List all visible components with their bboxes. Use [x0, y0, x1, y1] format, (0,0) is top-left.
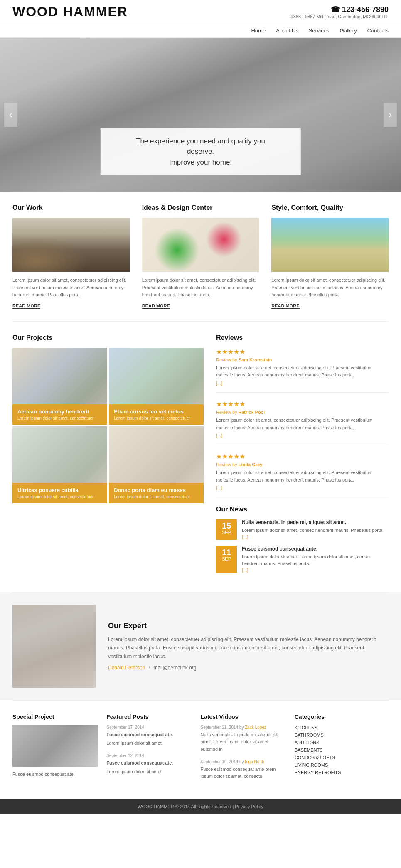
news-title: Our News: [216, 506, 389, 513]
news-date-1: 15 SEP: [216, 519, 237, 540]
project-item-2[interactable]: Etiam cursus leo vel metus Lorem ipsum d…: [109, 348, 204, 425]
phone-icon: ☎: [331, 5, 340, 14]
footer-special-title: Special Project: [12, 713, 98, 720]
review-3-text: Lorem ipsum dolor sit amet, consectetuer…: [216, 469, 389, 484]
review-2: ★★★★★ Review by Patrick Pool Lorem ipsum…: [216, 400, 389, 445]
col-our-work-title: Our Work: [12, 204, 130, 211]
review-2-more[interactable]: [...]: [216, 433, 222, 438]
news-more-2[interactable]: [...]: [242, 568, 248, 573]
nav-services[interactable]: Services: [309, 27, 330, 34]
expert-section: Our Expert Lorem ipsum dolor sit amet, c…: [0, 592, 401, 700]
review-3: ★★★★★ Review by Linda Grey Lorem ipsum d…: [216, 452, 389, 497]
project-sub-2: Lorem ipsum dolor sit amet, consectetuer: [114, 416, 199, 420]
category-living-rooms[interactable]: LIVING ROOMS: [295, 762, 380, 767]
project-caption-3: Ultrices posuere cubilia Lorem ipsum dol…: [12, 483, 107, 503]
review-2-author: Review by Patrick Pool: [216, 410, 389, 415]
project-item-1[interactable]: Aenean nonummy hendrerit Lorem ipsum dol…: [12, 348, 107, 425]
project-title-1: Aenean nonummy hendrerit: [17, 408, 102, 415]
project-item-3[interactable]: Ultrices posuere cubilia Lorem ipsum dol…: [12, 426, 107, 503]
footer-post-2-text: Lorem ipsum dolor sit amet.: [106, 768, 192, 776]
projects-column: Our Projects Aenean nonummy hendrerit Lo…: [12, 334, 204, 579]
projects-reviews-section: Our Projects Aenean nonummy hendrerit Lo…: [0, 322, 401, 592]
col-our-work: Our Work Lorem ipsum dolor sit amet, con…: [12, 204, 130, 309]
footer-video-1: September 21, 2014 by Zack Lopez Nulla v…: [201, 725, 286, 753]
col-our-work-readmore[interactable]: READ MORE: [12, 303, 40, 309]
footer-post-2: September 12, 2014 Fusce euismod consequ…: [106, 753, 192, 775]
col-style-title: Style, Comfort, Quality: [271, 204, 389, 211]
hero-banner: ‹ › The experience you need and quality …: [0, 38, 401, 192]
hero-prev-button[interactable]: ‹: [4, 103, 17, 127]
review-3-more[interactable]: [...]: [216, 485, 222, 490]
footer-post-1-date: September 17, 2014: [106, 725, 192, 730]
logo: WOOD HAMMER: [12, 4, 128, 20]
footer-video-2-date: September 19, 2014 by Inga North: [201, 760, 286, 764]
news-content-2: Fusce euismod consequat ante. Lorem ipsu…: [242, 546, 389, 573]
footer-videos-title: Latest Videos: [201, 713, 286, 720]
category-kitchens[interactable]: KITCHENS: [295, 725, 380, 730]
project-sub-1: Lorem ipsum dolor sit amet, consectetuer: [17, 416, 102, 420]
nav-contacts[interactable]: Contacts: [367, 27, 389, 34]
news-date-2: 11 SEP: [216, 546, 237, 573]
news-section: Our News 15 SEP Nulla venenatis. In pede…: [216, 506, 389, 573]
bottom-footer: WOOD HAMMER © 2014 All Rights Reserved |…: [0, 799, 401, 814]
news-day-2: 11: [220, 548, 233, 556]
footer-post-1: September 17, 2014 Fusce euismod consequ…: [106, 725, 192, 747]
expert-email: mail@demolink.org: [153, 665, 196, 671]
news-month-2: SEP: [220, 556, 233, 561]
col-style-readmore[interactable]: READ MORE: [271, 303, 299, 309]
col-our-work-image: [12, 218, 130, 272]
header: WOOD HAMMER ☎ 123-456-7890 9863 - 9867 M…: [0, 0, 401, 24]
hero-next-button[interactable]: ›: [384, 103, 397, 127]
project-caption-2: Etiam cursus leo vel metus Lorem ipsum d…: [109, 404, 204, 425]
news-day-1: 15: [220, 521, 233, 530]
project-title-3: Ultrices posuere cubilia: [17, 487, 102, 493]
footer-video-1-text: Nulla venenatis. In pede mi, aliquet sit…: [201, 731, 286, 753]
news-more-1[interactable]: [...]: [242, 534, 248, 539]
footer-special-text: Fusce euismod consequat ate.: [12, 771, 98, 778]
hero-overlay: The experience you need and quality you …: [100, 128, 301, 175]
footer-categories-title: Categories: [295, 713, 380, 720]
work-section: Our Work Lorem ipsum dolor sit amet, con…: [0, 192, 401, 321]
review-1-text: Lorem ipsum dolor sit amet, consectetuer…: [216, 364, 389, 379]
project-item-4[interactable]: Donec porta diam eu massa Lorem ipsum do…: [109, 426, 204, 503]
col-our-work-text: Lorem ipsum dolor sit amet, consectetuer…: [12, 277, 130, 299]
category-basements[interactable]: BASEMENTS: [295, 748, 380, 752]
review-1-more[interactable]: [...]: [216, 381, 222, 386]
review-1-stars: ★★★★★: [216, 348, 389, 356]
nav-about[interactable]: About Us: [276, 27, 298, 34]
category-energy[interactable]: ENERGY RETROFITS: [295, 770, 380, 775]
news-item-1: 15 SEP Nulla venenatis. In pede mi, aliq…: [216, 519, 389, 540]
category-bathrooms[interactable]: BATHROOMS: [295, 733, 380, 738]
expert-image: [12, 605, 96, 688]
col-ideas: Ideas & Design Center Lorem ipsum dolor …: [142, 204, 259, 309]
news-content-1: Nulla venenatis. In pede mi, aliquet sit…: [242, 519, 389, 540]
col-style-text: Lorem ipsum dolor sit amet, consectetuer…: [271, 277, 389, 299]
col-ideas-readmore[interactable]: READ MORE: [142, 303, 170, 309]
project-sub-3: Lorem ipsum dolor sit amet, consectetuer: [17, 494, 102, 499]
nav-home[interactable]: Home: [251, 27, 266, 34]
project-caption-1: Aenean nonummy hendrerit Lorem ipsum dol…: [12, 404, 107, 425]
news-title-2: Fusce euismod consequat ante.: [242, 546, 389, 552]
footer-privacy-link[interactable]: Privacy Policy: [235, 804, 263, 809]
footer-post-1-text: Lorem ipsum dolor sit amet.: [106, 740, 192, 747]
category-condos[interactable]: CONDOS & LOFTS: [295, 755, 380, 760]
nav-gallery[interactable]: Gallery: [340, 27, 357, 34]
footer-post-1-title: Fusce euismod consequat ate.: [106, 731, 192, 739]
review-3-stars: ★★★★★: [216, 452, 389, 460]
expert-name: Donald Peterson: [108, 665, 145, 671]
news-month-1: SEP: [220, 530, 233, 535]
projects-title: Our Projects: [12, 334, 204, 342]
footer-categories: Categories KITCHENS BATHROOMS ADDITIONS …: [295, 713, 389, 787]
footer-copyright: WOOD HAMMER © 2014 All Rights Reserved: [138, 804, 231, 809]
footer-special-image: [12, 725, 98, 767]
address: 9863 - 9867 Mill Road, Cambridge, MG09 9…: [291, 14, 389, 19]
reviews-news-column: Reviews ★★★★★ Review by Sam Kromstain Lo…: [204, 334, 389, 579]
projects-reviews-layout: Our Projects Aenean nonummy hendrerit Lo…: [12, 334, 389, 579]
category-additions[interactable]: ADDITIONS: [295, 740, 380, 745]
header-contact: ☎ 123-456-7890 9863 - 9867 Mill Road, Ca…: [291, 5, 389, 19]
footer-video-2: September 19, 2014 by Inga North Fusce e…: [201, 760, 286, 780]
phone-number: ☎ 123-456-7890: [291, 5, 389, 14]
news-title-1: Nulla venenatis. In pede mi, aliquet sit…: [242, 519, 389, 525]
footer-video-1-date: September 21, 2014 by Zack Lopez: [201, 725, 286, 730]
projects-grid: Aenean nonummy hendrerit Lorem ipsum dol…: [12, 348, 204, 503]
